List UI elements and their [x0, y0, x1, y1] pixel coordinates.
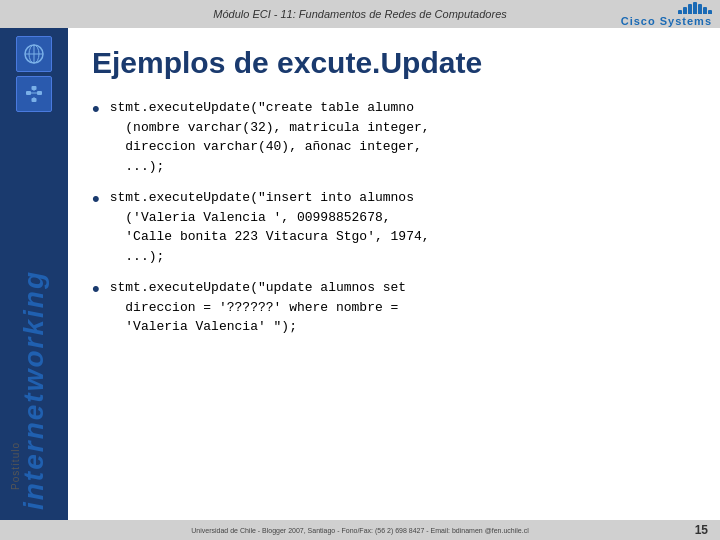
sidebar-icons: [16, 36, 52, 112]
bullet-list: • stmt.executeUpdate("create table alumn…: [92, 98, 696, 337]
cisco-bar-6: [703, 7, 707, 14]
main-content: Ejemplos de excute.Update • stmt.execute…: [68, 28, 720, 520]
bullet-text-3: stmt.executeUpdate("update alumnos set d…: [110, 278, 406, 337]
svg-rect-4: [26, 91, 31, 95]
sidebar-vertical-text: internetworking: [18, 270, 50, 510]
page-number: 15: [695, 523, 708, 537]
cisco-bar-3: [688, 4, 692, 14]
bullet-text-1: stmt.executeUpdate("create table alumno …: [110, 98, 430, 176]
bullet-text-2: stmt.executeUpdate("insert into alumnos …: [110, 188, 430, 266]
bullet-dot-2: •: [92, 186, 100, 212]
cisco-bars-icon: [678, 2, 712, 14]
module-title: Módulo ECI - 11: Fundamentos de Redes de…: [213, 8, 507, 20]
sidebar: Postítulo internetworking: [0, 28, 68, 520]
cisco-bar-2: [683, 7, 687, 14]
icon-box-1: [16, 36, 52, 72]
bullet-dot-1: •: [92, 96, 100, 122]
cisco-brand: Cisco Systems: [621, 15, 712, 27]
footer-text: Universidad de Chile - Blogger 2007, San…: [191, 527, 528, 534]
svg-rect-5: [37, 91, 42, 95]
cisco-bar-1: [678, 10, 682, 14]
bullet-dot-3: •: [92, 276, 100, 302]
network-icon: [23, 83, 45, 105]
globe-icon: [23, 43, 45, 65]
list-item: • stmt.executeUpdate("update alumnos set…: [92, 278, 696, 337]
icon-box-2: [16, 76, 52, 112]
top-bar: Módulo ECI - 11: Fundamentos de Redes de…: [0, 0, 720, 28]
list-item: • stmt.executeUpdate("create table alumn…: [92, 98, 696, 176]
bottom-bar: Universidad de Chile - Blogger 2007, San…: [0, 520, 720, 540]
cisco-bar-4: [693, 2, 697, 14]
slide-title: Ejemplos de excute.Update: [92, 46, 696, 80]
cisco-bar-5: [698, 4, 702, 14]
list-item: • stmt.executeUpdate("insert into alumno…: [92, 188, 696, 266]
cisco-bar-7: [708, 10, 712, 14]
svg-rect-7: [32, 98, 37, 102]
svg-rect-6: [32, 86, 37, 90]
